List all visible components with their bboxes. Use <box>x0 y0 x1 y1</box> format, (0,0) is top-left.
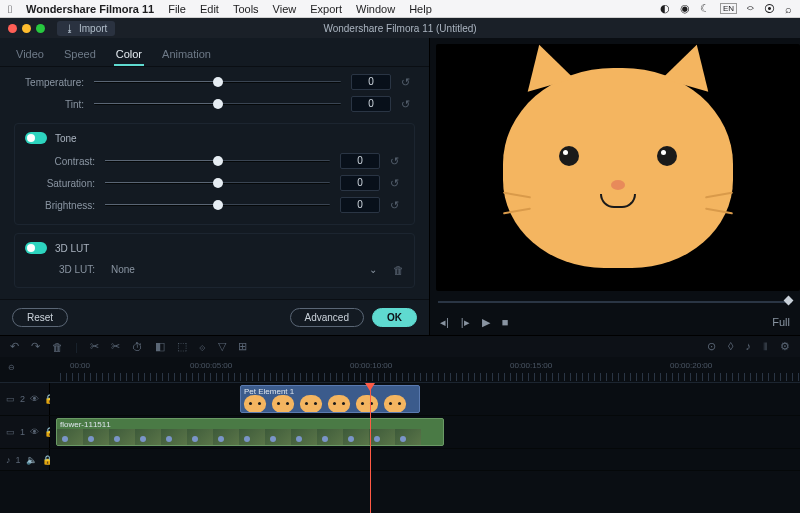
brightness-slider-row: Brightness: 0 ↺ <box>25 194 404 216</box>
contrast-value[interactable]: 0 <box>340 153 380 169</box>
tab-animation[interactable]: Animation <box>160 44 213 66</box>
visibility-icon[interactable]: 👁 <box>30 394 39 404</box>
status-icon[interactable]: ◐ <box>660 2 670 15</box>
brightness-value[interactable]: 0 <box>340 197 380 213</box>
cut-icon[interactable]: ✂ <box>90 340 99 353</box>
tint-slider-row: Tint: 0 ↺ <box>14 93 415 115</box>
playhead[interactable] <box>370 383 371 513</box>
close-window[interactable] <box>8 24 17 33</box>
brightness-reset-icon[interactable]: ↺ <box>390 199 404 212</box>
ok-button[interactable]: OK <box>372 308 417 327</box>
chevron-down-icon: ⌄ <box>369 264 377 275</box>
color-icon[interactable]: ◧ <box>155 340 165 353</box>
advanced-button[interactable]: Advanced <box>290 308 364 327</box>
minimize-window[interactable] <box>22 24 31 33</box>
record-icon[interactable]: ⊙ <box>707 340 716 353</box>
tool-icon[interactable]: ⊞ <box>238 340 247 353</box>
language-indicator[interactable]: EN <box>720 3 737 14</box>
clip-pet-element[interactable]: Pet Element 1 <box>240 385 420 413</box>
saturation-label: Saturation: <box>25 178 95 189</box>
lut-selected: None <box>111 264 135 275</box>
menu-file[interactable]: File <box>168 3 186 15</box>
track-number: 2 <box>20 394 25 404</box>
temperature-slider-row: Temperature: 0 ↺ <box>14 71 415 93</box>
tab-speed[interactable]: Speed <box>62 44 98 66</box>
tone-toggle[interactable] <box>25 132 47 144</box>
contrast-reset-icon[interactable]: ↺ <box>390 155 404 168</box>
audio-icon[interactable]: ♪ <box>746 340 752 353</box>
brightness-slider[interactable] <box>105 204 330 206</box>
contrast-slider[interactable] <box>105 160 330 162</box>
reset-button[interactable]: Reset <box>12 308 68 327</box>
track-header[interactable]: ▭ 2 👁 🔒 <box>0 383 50 415</box>
saturation-slider-row: Saturation: 0 ↺ <box>25 172 404 194</box>
temperature-slider[interactable] <box>94 81 341 83</box>
video-track-icon: ▭ <box>6 394 15 404</box>
search-icon[interactable]: ⌕ <box>785 3 792 15</box>
tint-label: Tint: <box>14 99 84 110</box>
timeline: ⊖ 00:00 00:00:05:00 00:00:10:00 00:00:15… <box>0 357 800 513</box>
tint-value[interactable]: 0 <box>351 96 391 112</box>
tool-icon[interactable]: ⟐ <box>199 341 206 353</box>
lut-section: 3D LUT 3D LUT: None ⌄ 🗑 <box>14 233 415 288</box>
step-back-button[interactable]: |▸ <box>461 316 470 329</box>
mixer-icon[interactable]: ⫴ <box>763 340 768 353</box>
preview-viewport[interactable] <box>436 44 800 291</box>
timeline-toolbar: ↶ ↷ 🗑 | ✂ ✂ ⏱ ◧ ⬚ ⟐ ▽ ⊞ ⊙ ◊ ♪ ⫴ ⚙ <box>0 335 800 357</box>
timeline-ruler[interactable]: ⊖ 00:00 00:00:05:00 00:00:10:00 00:00:15… <box>0 357 800 383</box>
saturation-value[interactable]: 0 <box>340 175 380 191</box>
bluetooth-icon[interactable]: ⌔ <box>747 3 754 15</box>
maximize-window[interactable] <box>36 24 45 33</box>
tab-color[interactable]: Color <box>114 44 144 66</box>
tint-slider[interactable] <box>94 103 341 105</box>
menu-export[interactable]: Export <box>310 3 342 15</box>
visibility-icon[interactable]: 👁 <box>30 427 39 437</box>
app-menu[interactable]: Wondershare Filmora 11 <box>26 3 154 15</box>
import-label: Import <box>79 23 107 34</box>
lut-dropdown[interactable]: None ⌄ <box>105 260 383 279</box>
appearance-icon[interactable]: ☾ <box>700 2 710 15</box>
track-number: 1 <box>16 455 21 465</box>
speed-icon[interactable]: ⏱ <box>132 341 143 353</box>
window-title: Wondershare Filmora 11 (Untitled) <box>323 23 476 34</box>
undo-icon[interactable]: ↶ <box>10 340 19 353</box>
lut-toggle[interactable] <box>25 242 47 254</box>
clip-flower[interactable]: flower-111511 <box>56 418 444 446</box>
saturation-reset-icon[interactable]: ↺ <box>390 177 404 190</box>
trash-icon[interactable]: 🗑 <box>393 264 404 276</box>
tool-icon[interactable]: ⬚ <box>177 340 187 353</box>
redo-icon[interactable]: ↷ <box>31 340 40 353</box>
audio-track-icon: ♪ <box>6 455 11 465</box>
delete-icon[interactable]: 🗑 <box>52 341 63 353</box>
menu-help[interactable]: Help <box>409 3 432 15</box>
preview-size-label[interactable]: Full <box>772 316 790 328</box>
temperature-value[interactable]: 0 <box>351 74 391 90</box>
temperature-label: Temperature: <box>14 77 84 88</box>
saturation-slider[interactable] <box>105 182 330 184</box>
menu-window[interactable]: Window <box>356 3 395 15</box>
settings-icon[interactable]: ⚙ <box>780 340 790 353</box>
tool-icon[interactable]: ▽ <box>218 340 226 353</box>
stop-button[interactable]: ■ <box>502 316 509 328</box>
mute-icon[interactable]: 🔈 <box>26 455 37 465</box>
marker-icon[interactable] <box>784 296 794 306</box>
prev-frame-button[interactable]: ◂| <box>440 316 449 329</box>
temperature-reset-icon[interactable]: ↺ <box>401 76 415 89</box>
preview-scrubber[interactable] <box>438 295 792 309</box>
marker-tool-icon[interactable]: ◊ <box>728 340 733 353</box>
play-button[interactable]: ▶ <box>482 316 490 329</box>
tint-reset-icon[interactable]: ↺ <box>401 98 415 111</box>
menu-edit[interactable]: Edit <box>200 3 219 15</box>
zoom-out-icon[interactable]: ⊖ <box>8 363 15 372</box>
crop-icon[interactable]: ✂ <box>111 340 120 353</box>
wifi-icon[interactable]: ⦿ <box>764 3 775 15</box>
track-header[interactable]: ♪ 1 🔈 🔒 <box>0 449 50 470</box>
menu-view[interactable]: View <box>273 3 297 15</box>
tab-video[interactable]: Video <box>14 44 46 66</box>
contrast-slider-row: Contrast: 0 ↺ <box>25 150 404 172</box>
menu-tools[interactable]: Tools <box>233 3 259 15</box>
import-button[interactable]: ⭳ Import <box>57 21 115 36</box>
track-header[interactable]: ▭ 1 👁 🔒 <box>0 416 50 448</box>
apple-menu-icon[interactable]:  <box>8 3 12 15</box>
status-icon[interactable]: ◉ <box>680 2 690 15</box>
